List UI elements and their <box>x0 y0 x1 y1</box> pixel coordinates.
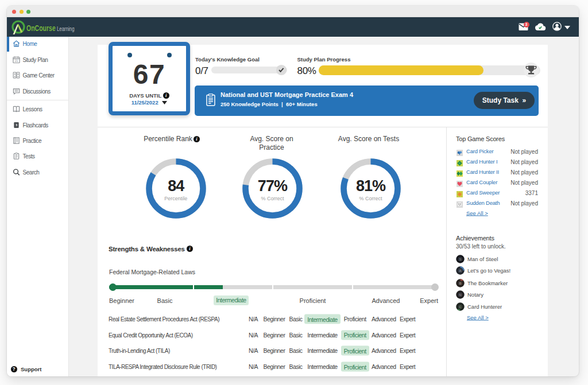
svg-text:S: S <box>459 258 461 261</box>
svg-text:21: 21 <box>14 59 18 62</box>
svg-text:N: N <box>459 293 461 297</box>
svg-text:A: A <box>459 269 461 273</box>
svg-text:C: C <box>459 305 462 309</box>
svg-text:B: B <box>459 282 461 285</box>
